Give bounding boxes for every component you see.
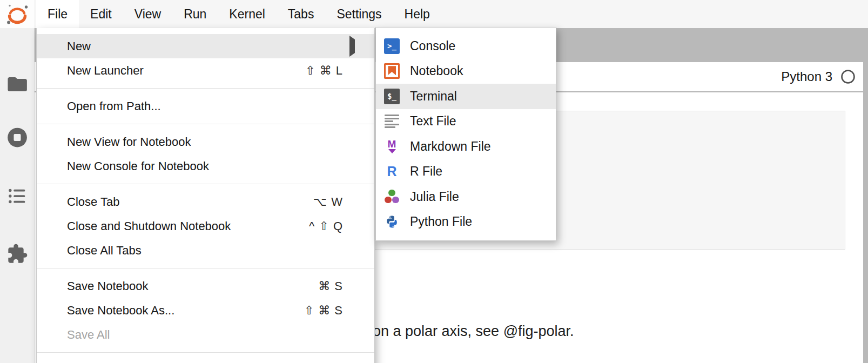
console-icon: >_ [384, 38, 400, 54]
running-kernels-icon[interactable] [6, 127, 28, 148]
menu-item-shortcut: ⌥ W [313, 195, 343, 209]
r-file-icon: R [384, 164, 400, 179]
text-file-icon [384, 113, 400, 129]
jupyterlab-window: Python 3 on a polar axis, see @fig-polar… [0, 0, 868, 363]
menu-item-shortcut: ⇧ ⌘ L [305, 64, 343, 78]
terminal-icon: $_ [384, 89, 400, 104]
menu-separator [37, 124, 374, 124]
menu-item-label: Save All [67, 328, 110, 342]
submenu-item-terminal[interactable]: $_ Terminal [376, 84, 556, 109]
menu-item-label: New View for Notebook [67, 135, 191, 149]
submenu-item-label: Markdown File [410, 139, 491, 154]
extensions-puzzle-icon[interactable] [6, 243, 28, 265]
menu-item-new-console-for-notebook[interactable]: New Console for Notebook [37, 154, 374, 178]
python-icon [384, 214, 400, 230]
menu-item-close-all-tabs[interactable]: Close All Tabs [37, 238, 374, 263]
menubar-item-view[interactable]: View [123, 0, 172, 28]
menu-item-new[interactable]: New [37, 34, 374, 58]
menu-item-label: Save Notebook [67, 279, 148, 293]
menu-item-label: New Console for Notebook [67, 159, 209, 173]
menu-item-open-from-path[interactable]: Open from Path... [37, 94, 374, 118]
left-sidebar [0, 28, 35, 363]
menu-item-shortcut: ⇧ ⌘ S [304, 304, 343, 318]
submenu-item-console[interactable]: >_ Console [376, 33, 556, 59]
menubar-item-kernel[interactable]: Kernel [218, 0, 276, 28]
menu-item-new-launcher[interactable]: New Launcher ⇧ ⌘ L [37, 58, 374, 83]
table-of-contents-icon[interactable] [8, 186, 27, 206]
menu-separator [37, 88, 374, 89]
julia-icon [384, 189, 400, 205]
menubar-item-tabs[interactable]: Tabs [277, 0, 326, 28]
menu-item-new-view-for-notebook[interactable]: New View for Notebook [37, 130, 374, 154]
submenu-item-label: Text File [410, 114, 456, 129]
menubar-item-settings[interactable]: Settings [325, 0, 393, 28]
menu-item-close-and-shutdown-notebook[interactable]: Close and Shutdown Notebook ^ ⇧ Q [37, 214, 374, 238]
menu-item-label: Save Notebook As... [67, 304, 174, 318]
submenu-arrow-icon [349, 39, 355, 53]
menu-separator [37, 268, 374, 268]
menu-item-label: Open from Path... [67, 99, 161, 113]
submenu-item-label: Console [410, 39, 455, 53]
menu-bar: File Edit View Run Kernel Tabs Settings … [0, 0, 868, 28]
file-browser-folder-icon[interactable] [7, 76, 27, 93]
submenu-item-markdown-file[interactable]: M Markdown File [376, 134, 556, 159]
menubar-item-file[interactable]: File [36, 0, 79, 28]
menubar-item-run[interactable]: Run [172, 0, 218, 28]
menu-item-label: Close Tab [67, 195, 119, 209]
menu-bar-items: File Edit View Run Kernel Tabs Settings … [36, 0, 441, 28]
markdown-paragraph: on a polar axis, see @fig-polar. [373, 323, 574, 340]
submenu-item-notebook[interactable]: Notebook [376, 59, 556, 84]
submenu-item-label: Python File [410, 214, 472, 229]
kernel-name[interactable]: Python 3 [781, 69, 832, 84]
menu-item-label: New Launcher [67, 64, 144, 78]
submenu-item-label: R File [410, 164, 442, 179]
menu-item-label: New [67, 39, 91, 53]
submenu-item-r-file[interactable]: R R File [376, 159, 556, 185]
new-submenu: >_ Console Notebook $_ Terminal Text Fil… [375, 27, 556, 241]
menu-item-shortcut: ^ ⇧ Q [309, 219, 343, 233]
submenu-item-python-file[interactable]: Python File [376, 210, 556, 235]
submenu-item-label: Notebook [410, 64, 463, 78]
window-right-edge [863, 62, 868, 363]
menu-item-save-notebook-as[interactable]: Save Notebook As... ⇧ ⌘ S [37, 298, 374, 322]
submenu-item-label: Julia File [410, 190, 459, 204]
notebook-icon [384, 63, 400, 79]
submenu-item-julia-file[interactable]: Julia File [376, 184, 556, 210]
jupyter-logo-icon [0, 0, 34, 28]
menubar-item-edit[interactable]: Edit [79, 0, 123, 28]
menu-item-label: Close and Shutdown Notebook [67, 219, 231, 233]
menu-item-save-all[interactable]: Save All [37, 322, 374, 347]
menu-separator [37, 352, 374, 353]
menu-item-shortcut: ⌘ S [318, 279, 343, 293]
markdown-icon: M [384, 139, 400, 154]
menu-item-label: Close All Tabs [67, 244, 142, 258]
file-menu: New New Launcher ⇧ ⌘ L Open from Path...… [36, 28, 375, 363]
menu-item-close-tab[interactable]: Close Tab ⌥ W [37, 190, 374, 214]
kernel-status-icon[interactable] [840, 69, 856, 84]
menubar-item-help[interactable]: Help [393, 0, 441, 28]
submenu-item-label: Terminal [410, 89, 457, 104]
menu-separator [37, 184, 374, 184]
menu-item-save-notebook[interactable]: Save Notebook ⌘ S [37, 274, 374, 298]
submenu-item-text-file[interactable]: Text File [376, 109, 556, 135]
